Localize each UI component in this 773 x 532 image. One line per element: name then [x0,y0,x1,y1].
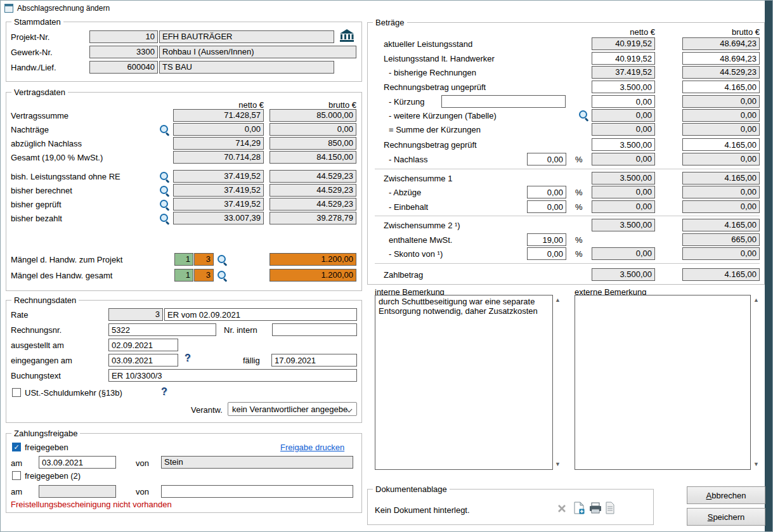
freigabe-von-label: von [136,458,149,468]
bisher-geprueft-label: bisher geprüft [11,200,62,209]
stammdaten-legend: Stammdaten [11,17,63,27]
buchungstext-input[interactable] [108,369,357,382]
freigabe2-am-field [39,485,116,498]
eingegangen-input[interactable] [108,354,178,367]
bisher-bezahlt-netto-field: 33.007,39 [173,212,264,224]
leistungsstand-ohne-re-label: bish. Leistungsstand ohne RE [11,172,120,181]
kuerzung-text-input[interactable] [441,95,566,108]
nachtraege-lens-icon[interactable] [159,124,170,135]
rate-label: Rate [11,310,28,320]
nachlass-abzug-netto-field: 714,29 [173,137,264,150]
externe-scroll-up-icon[interactable]: ▲ [753,297,759,303]
maengel-gesamt-lens-icon[interactable] [217,270,228,281]
window-icon [4,4,13,13]
interne-scroll-down-icon[interactable]: ▼ [555,462,561,467]
skonto-label: - Skonto von ¹) [389,249,443,259]
bisherige-rechnungen-netto-field: 37.419,52 [592,66,655,79]
dokument-scan-icon[interactable] [589,502,602,514]
gesamt-netto-field: 70.714,28 [173,151,264,164]
eingegangen-help-icon[interactable]: ? [183,353,193,364]
leistungsstand-ohne-re-lens-icon[interactable] [159,171,170,182]
abschlagsrechnung-dialog: Abschlagsrechnung ändern Stammdaten Proj… [0,0,773,532]
rechnungsbetrag-geprueft-label: Rechnungsbetrag geprüft [384,140,477,150]
einbehalt-netto-field: 0,00 [592,200,655,213]
ust-help-icon[interactable]: ? [159,386,169,398]
handwerker-nr-field: 600040 [89,61,158,74]
externe-bemerkung-textarea[interactable] [575,295,751,470]
rechnungsbetrag-geprueft-brutto-input[interactable] [682,138,760,151]
verantwortlicher-select[interactable]: kein Verantwortlicher angegebe [228,402,357,416]
bisher-berechnet-netto-field: 37.419,52 [173,184,264,197]
speichern-button[interactable]: Speichern [687,508,765,526]
aktueller-leistungsstand-brutto-field: 48.694,23 [682,37,760,50]
ust-schuldumkehr-checkbox[interactable] [12,388,21,397]
weitere-kuerzungen-lens-icon[interactable] [578,110,589,120]
rechnungsbetrag-ungeprueft-netto-input[interactable] [592,81,655,93]
einbehalt-percent-sign: % [575,202,583,212]
ausgestellt-input[interactable] [108,339,178,351]
dokument-delete-icon[interactable] [557,503,567,514]
bisher-geprueft-brutto-field: 44.529,23 [270,198,356,211]
leistungsstand-handwerker-netto-input[interactable] [592,52,655,65]
freistellungsbescheinigung-warning: Freistellungsbescheinigung nicht vorhand… [11,500,172,509]
abzuege-prozent-input[interactable] [527,186,566,198]
bisherige-rechnungen-brutto-field: 44.529,23 [682,66,760,79]
freigabe2-von-input[interactable] [161,485,353,498]
rechnungsbetrag-geprueft-netto-input[interactable] [592,138,655,151]
kuerzung-netto-input[interactable] [592,95,655,108]
mwst-prozent-input[interactable] [527,233,566,246]
freigabe-von-field: Stein [161,456,353,469]
freigegeben2-checkbox[interactable] [12,471,21,480]
nachtraege-brutto-field: 0,00 [270,123,356,136]
einbehalt-prozent-input[interactable] [527,200,566,213]
bisher-geprueft-netto-field: 37.419,52 [173,198,264,211]
nr-intern-input[interactable] [272,323,357,336]
window-title: Abschlagsrechnung ändern [17,4,110,13]
maengel-projekt-lens-icon[interactable] [217,254,228,265]
bisher-geprueft-lens-icon[interactable] [159,199,170,210]
summe-kuerzungen-label: = Summe der Kürzungen [389,125,481,134]
interne-bemerkung-textarea[interactable]: durch Schuttbeseitigung war eine separat… [375,295,553,470]
zahlbetrag-label: Zahlbetrag [384,270,423,280]
rechnungsnr-input[interactable] [108,323,216,336]
abbrechen-button[interactable]: Abbrechen [687,486,765,504]
externe-scroll-down-icon[interactable]: ▼ [753,462,759,467]
freigabe-drucken-link[interactable]: Freigabe drucken [280,443,344,452]
rechnungsbetrag-ungeprueft-brutto-input[interactable] [682,81,760,93]
betraege-legend: Beträge [373,18,407,27]
interne-scroll-up-icon[interactable]: ▲ [555,297,561,303]
betraege-netto-header: netto € [592,27,655,37]
bisher-berechnet-label: bisher berechnet [11,186,72,195]
mwst-label: enthaltene MwSt. [389,235,452,245]
rate-text-input[interactable] [164,308,357,321]
skonto-prozent-input[interactable] [527,247,566,260]
vertrag-brutto-header: brutto € [270,100,356,110]
zahlbetrag-netto-field: 3.500,00 [592,268,655,281]
maengel-gesamt-offen-field: 1 [174,269,193,282]
einbehalt-label: - Einbehalt [389,202,428,212]
vertragsdaten-legend: Vertragsdaten [11,88,68,97]
dokument-view-icon[interactable] [605,502,615,514]
freigegeben-label: freigegeben [25,443,68,452]
abzuege-percent-sign: % [575,188,583,197]
dokument-add-icon[interactable] [573,502,585,514]
zahlbetrag-brutto-field: 4.165,00 [682,268,760,281]
freigabe2-von-label: von [136,487,149,496]
leistungsstand-handwerker-brutto-input[interactable] [682,52,760,65]
abzuege-label: - Abzüge [389,188,421,197]
freigegeben-checkbox[interactable]: ✓ [12,443,21,451]
bisher-bezahlt-label: bisher bezahlt [11,214,62,223]
freigegeben2-label: freigegeben (2) [25,471,81,481]
bisher-berechnet-lens-icon[interactable] [159,185,170,196]
bisher-berechnet-brutto-field: 44.529,23 [270,184,356,197]
gewerk-nr-label: Gewerk-Nr. [11,48,53,57]
gesamt-label: Gesamt (19,00 % MwSt.) [11,153,103,162]
faellig-input[interactable] [271,354,357,367]
maengel-gesamt-label: Mängel des Handw. gesamt [11,271,112,280]
freigabe-am-input[interactable] [39,456,116,469]
bank-icon[interactable] [339,29,356,42]
bisher-bezahlt-lens-icon[interactable] [159,213,170,224]
title-bar[interactable]: Abschlagsrechnung ändern [1,1,765,16]
projekt-name-field: EFH BAUTRÄGER [159,30,334,43]
nachlass-prozent-input[interactable] [527,153,566,165]
